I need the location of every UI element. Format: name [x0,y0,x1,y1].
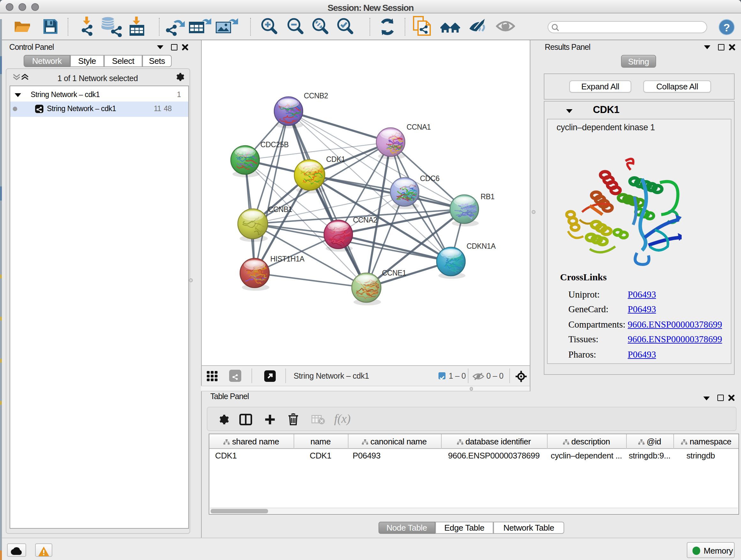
svg-text:CDK1: CDK1 [326,155,345,164]
svg-text:CCNB2: CCNB2 [304,91,328,100]
svg-text:CDC6: CDC6 [420,174,440,183]
svg-text:CCNB1: CCNB1 [268,205,292,213]
svg-text:HIST1H1A: HIST1H1A [270,255,305,263]
svg-text:CDC25B: CDC25B [260,140,288,149]
svg-text:CCNA2: CCNA2 [353,216,377,224]
svg-text:CDKN1A: CDKN1A [467,242,496,250]
svg-text:RB1: RB1 [481,192,495,201]
svg-text:CCNA1: CCNA1 [407,123,431,131]
svg-text:CCNE1: CCNE1 [382,269,406,277]
